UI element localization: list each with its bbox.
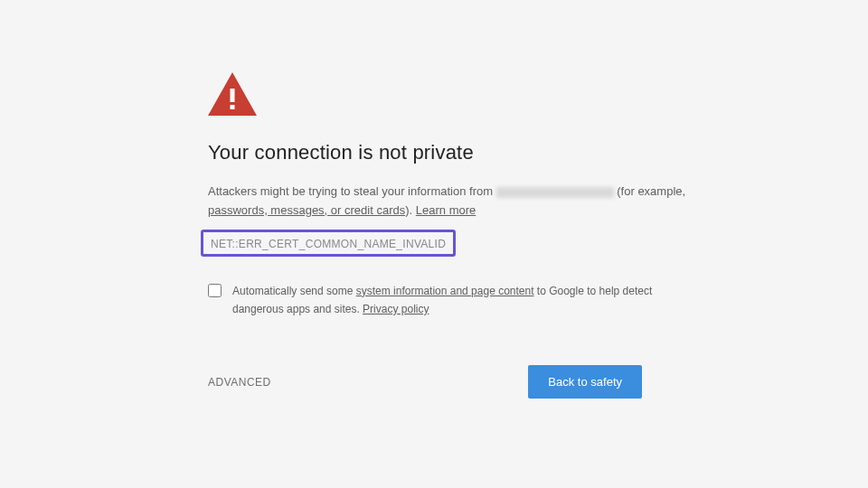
reporting-opt-in: Automatically send some system informati… xyxy=(208,282,687,319)
opt-in-text: Automatically send some system informati… xyxy=(232,282,687,319)
body-suffix-close: ). xyxy=(405,203,416,217)
body-suffix-open: (for example, xyxy=(617,184,685,198)
error-code-highlight: NET::ERR_CERT_COMMON_NAME_INVALID xyxy=(201,230,456,257)
warning-triangle-icon xyxy=(208,72,257,116)
learn-more-link[interactable]: Learn more xyxy=(416,203,476,217)
ssl-error-interstitial: Your connection is not private Attackers… xyxy=(181,0,687,399)
opt-in-pre: Automatically send some xyxy=(232,285,356,297)
back-to-safety-button[interactable]: Back to safety xyxy=(528,365,642,399)
warning-body: Attackers might be trying to steal your … xyxy=(208,183,687,221)
system-info-link[interactable]: system information and page content xyxy=(356,285,534,297)
body-prefix: Attackers might be trying to steal your … xyxy=(208,184,496,198)
opt-in-checkbox[interactable] xyxy=(208,284,222,297)
page-title: Your connection is not private xyxy=(208,141,687,164)
examples-text: passwords, messages, or credit cards xyxy=(208,203,405,217)
svg-rect-1 xyxy=(231,89,235,102)
svg-rect-2 xyxy=(231,105,235,109)
redacted-hostname xyxy=(496,187,614,198)
advanced-button[interactable]: ADVANCED xyxy=(208,376,271,389)
action-row: ADVANCED Back to safety xyxy=(208,365,642,399)
privacy-policy-link[interactable]: Privacy policy xyxy=(363,303,429,315)
error-code: NET::ERR_CERT_COMMON_NAME_INVALID xyxy=(211,238,446,250)
